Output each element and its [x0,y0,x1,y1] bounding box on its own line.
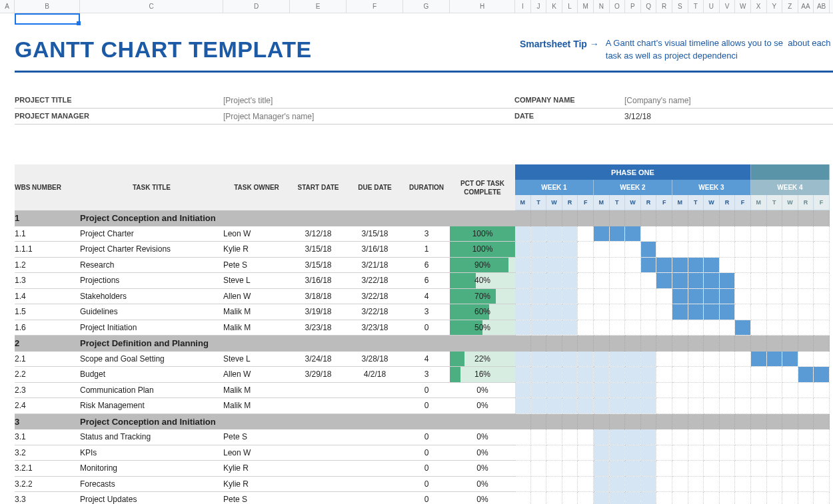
column-header[interactable]: H [450,0,515,13]
cell-start-date[interactable]: 3/16/18 [290,273,347,289]
cell-owner[interactable]: Kylie R [223,477,290,493]
cell-due-date[interactable]: 3/23/18 [347,320,403,336]
cell-due-date[interactable]: 4/2/18 [347,367,403,383]
cell-start-date[interactable]: 3/29/18 [290,367,347,383]
cell-duration[interactable]: 0 [403,461,450,477]
column-header[interactable]: I [515,0,531,13]
cell-task-title[interactable]: Project Charter Revisions [80,242,223,258]
section-row[interactable]: 3Project Conception and Initiation [15,414,833,430]
cell-duration[interactable]: 0 [403,383,450,399]
cell-task-title[interactable]: Project Updates [80,492,223,504]
column-header[interactable]: R [656,0,672,13]
cell-duration[interactable]: 0 [403,320,450,336]
cell-start-date[interactable]: 3/23/18 [290,320,347,336]
cell-pct-complete[interactable]: 40% [450,273,515,289]
cell-duration[interactable]: 0 [403,429,450,445]
tip-label[interactable]: Smartsheet Tip → [520,37,599,49]
column-header[interactable]: E [290,0,347,13]
column-header[interactable]: G [403,0,450,13]
cell-duration[interactable]: 6 [403,258,450,274]
cell-wbs[interactable]: 1.2 [15,258,80,274]
table-row[interactable]: 1.4StakeholdersAllen W3/18/183/22/18470% [15,289,833,305]
cell-start-date[interactable] [290,477,347,493]
section-row[interactable]: 2Project Definition and Planning [15,336,833,352]
section-row[interactable]: 1Project Conception and Initiation [15,210,833,226]
cell-duration[interactable]: 3 [403,226,450,242]
cell-due-date[interactable] [347,429,403,445]
cell-owner[interactable]: Malik M [223,304,290,320]
cell-due-date[interactable]: 3/22/18 [347,304,403,320]
cell-wbs[interactable]: 1 [15,210,80,226]
column-header[interactable]: V [720,0,736,13]
table-row[interactable]: 3.2.1MonitoringKylie R00% [15,461,833,477]
cell-task-title[interactable]: Communication Plan [80,383,223,399]
table-row[interactable]: 1.2ResearchPete S3/15/183/21/18690% [15,258,833,274]
cell-wbs[interactable]: 2.2 [15,367,80,383]
cell-duration[interactable]: 4 [403,289,450,305]
cell-due-date[interactable]: 3/15/18 [347,226,403,242]
column-header[interactable]: C [80,0,223,13]
date-value[interactable]: 3/12/18 [624,112,651,121]
cell-owner[interactable]: Malik M [223,398,290,414]
cell-due-date[interactable]: 3/22/18 [347,289,403,305]
cell-start-date[interactable] [290,383,347,399]
cell-due-date[interactable] [347,445,403,461]
cell-wbs[interactable]: 1.4 [15,289,80,305]
table-row[interactable]: 2.3Communication PlanMalik M00% [15,383,833,399]
cell-owner[interactable]: Malik M [223,320,290,336]
cell-task-title[interactable]: Projections [80,273,223,289]
cell-due-date[interactable] [347,492,403,504]
column-header[interactable]: S [672,0,688,13]
cell-pct-complete[interactable]: 100% [450,242,515,258]
table-row[interactable]: 3.1Status and TrackingPete S00% [15,429,833,445]
column-header[interactable]: U [704,0,720,13]
company-name-value[interactable]: [Company's name] [624,96,691,105]
cell-task-title[interactable]: Budget [80,367,223,383]
cell-owner[interactable]: Kylie R [223,461,290,477]
column-header[interactable]: N [594,0,610,13]
cell-wbs[interactable]: 2 [15,336,80,352]
cell-owner[interactable]: Pete S [223,258,290,274]
cell-task-title[interactable]: Risk Management [80,398,223,414]
cell-pct-complete[interactable]: 0% [450,383,515,399]
cell-wbs[interactable]: 2.1 [15,352,80,368]
column-header[interactable]: Y [767,0,783,13]
cell-start-date[interactable] [290,445,347,461]
cell-owner[interactable]: Leon W [223,445,290,461]
cell-due-date[interactable]: 3/21/18 [347,258,403,274]
cell-owner[interactable]: Malik M [223,383,290,399]
table-row[interactable]: 1.5GuidelinesMalik M3/19/183/22/18360% [15,304,833,320]
column-header[interactable]: Q [641,0,657,13]
table-row[interactable]: 1.1Project CharterLeon W3/12/183/15/1831… [15,226,833,242]
cell-owner[interactable]: Kylie R [223,242,290,258]
cell-owner[interactable]: Allen W [223,289,290,305]
cell-wbs[interactable]: 1.3 [15,273,80,289]
cell-pct-complete[interactable]: 0% [450,461,515,477]
column-header[interactable]: F [347,0,403,13]
table-row[interactable]: 2.4Risk ManagementMalik M00% [15,398,833,414]
cell-wbs[interactable]: 3.1 [15,429,80,445]
table-row[interactable]: 1.6Project InitiationMalik M3/23/183/23/… [15,320,833,336]
table-row[interactable]: 1.3ProjectionsSteve L3/16/183/22/18640% [15,273,833,289]
column-header[interactable]: M [578,0,594,13]
cell-due-date[interactable]: 3/22/18 [347,273,403,289]
cell-start-date[interactable]: 3/19/18 [290,304,347,320]
column-header[interactable]: AB [814,0,830,13]
cell-wbs[interactable]: 3.2 [15,445,80,461]
cell-start-date[interactable] [290,429,347,445]
cell-start-date[interactable]: 3/12/18 [290,226,347,242]
column-header[interactable]: O [610,0,626,13]
cell-due-date[interactable] [347,398,403,414]
cell-wbs[interactable]: 2.4 [15,398,80,414]
cell-task-title[interactable]: Monitoring [80,461,223,477]
cell-due-date[interactable]: 3/16/18 [347,242,403,258]
cell-pct-complete[interactable]: 22% [450,352,515,368]
cell-start-date[interactable]: 3/15/18 [290,258,347,274]
cell-start-date[interactable] [290,492,347,504]
cell-start-date[interactable]: 3/18/18 [290,289,347,305]
project-title-value[interactable]: [Project's title] [223,96,273,105]
table-row[interactable]: 2.1Scope and Goal SettingSteve L3/24/183… [15,352,833,368]
cell-wbs[interactable]: 3.2.2 [15,477,80,493]
cell-due-date[interactable] [347,477,403,493]
column-header[interactable]: P [625,0,641,13]
